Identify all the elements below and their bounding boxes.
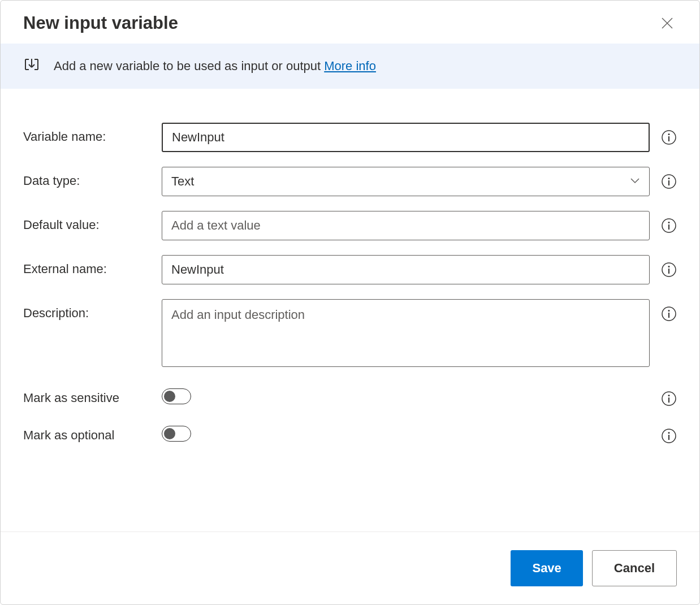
row-mark-optional: Mark as optional: [23, 421, 677, 444]
svg-point-21: [668, 432, 670, 434]
mark-optional-toggle[interactable]: [162, 426, 191, 442]
svg-point-3: [668, 133, 670, 135]
svg-point-9: [668, 222, 670, 223]
input-arrow-icon: [23, 56, 40, 76]
row-variable-name: Variable name:: [23, 123, 677, 152]
form-body: Variable name: Data type: Default value:: [1, 89, 699, 531]
cancel-button[interactable]: Cancel: [592, 550, 677, 586]
info-banner: Add a new variable to be used as input o…: [1, 44, 699, 89]
label-description: Description:: [23, 299, 150, 321]
description-textarea[interactable]: [162, 299, 650, 367]
dialog-title: New input variable: [23, 13, 178, 33]
info-icon[interactable]: [661, 174, 677, 189]
label-mark-sensitive: Mark as sensitive: [23, 384, 150, 405]
row-external-name: External name:: [23, 255, 677, 284]
close-icon: [661, 17, 673, 29]
svg-point-18: [668, 395, 670, 396]
banner-text: Add a new variable to be used as input o…: [54, 59, 376, 74]
info-icon[interactable]: [661, 262, 677, 278]
more-info-link[interactable]: More info: [324, 59, 376, 73]
svg-point-6: [668, 178, 670, 179]
svg-rect-13: [668, 269, 669, 274]
external-name-input[interactable]: [162, 255, 650, 284]
variable-name-input[interactable]: [162, 123, 650, 152]
svg-rect-10: [668, 224, 669, 230]
svg-point-15: [668, 310, 670, 312]
row-description: Description:: [23, 299, 677, 369]
svg-rect-19: [668, 397, 669, 403]
data-type-select[interactable]: [162, 167, 650, 196]
svg-rect-7: [668, 180, 669, 185]
toggle-knob: [164, 428, 175, 439]
dialog-header: New input variable: [1, 1, 699, 44]
default-value-input[interactable]: [162, 211, 650, 240]
toggle-knob: [164, 391, 175, 402]
save-button[interactable]: Save: [511, 550, 582, 586]
close-button[interactable]: [658, 14, 677, 33]
info-icon[interactable]: [661, 391, 677, 407]
label-data-type: Data type:: [23, 167, 150, 188]
label-external-name: External name:: [23, 255, 150, 276]
svg-rect-16: [668, 313, 669, 318]
svg-point-12: [668, 266, 670, 267]
label-default-value: Default value:: [23, 211, 150, 232]
info-icon[interactable]: [661, 218, 677, 234]
row-data-type: Data type:: [23, 167, 677, 196]
info-icon[interactable]: [661, 129, 677, 145]
info-icon[interactable]: [661, 306, 677, 322]
dialog-footer: Save Cancel: [1, 531, 699, 604]
label-mark-optional: Mark as optional: [23, 421, 150, 443]
banner-text-content: Add a new variable to be used as input o…: [54, 59, 324, 73]
row-mark-sensitive: Mark as sensitive: [23, 384, 677, 407]
svg-rect-22: [668, 435, 669, 440]
info-icon[interactable]: [661, 428, 677, 444]
label-variable-name: Variable name:: [23, 123, 150, 144]
mark-sensitive-toggle[interactable]: [162, 388, 191, 404]
svg-rect-4: [668, 136, 669, 141]
row-default-value: Default value:: [23, 211, 677, 240]
